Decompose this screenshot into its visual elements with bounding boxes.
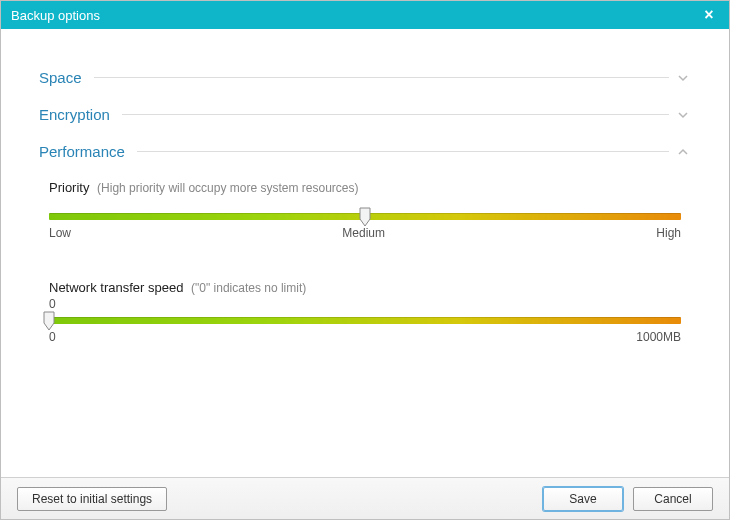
section-space: Space <box>39 69 691 86</box>
close-icon[interactable]: × <box>699 5 719 25</box>
transfer-slider-thumb[interactable] <box>43 311 55 331</box>
priority-slider[interactable] <box>49 213 681 220</box>
priority-scale-high: High <box>656 226 681 240</box>
transfer-hint: ("0" indicates no limit) <box>191 281 306 295</box>
transfer-scale-max: 1000MB <box>636 330 681 344</box>
transfer-label-row: Network transfer speed ("0" indicates no… <box>49 280 681 295</box>
section-space-title: Space <box>39 69 82 86</box>
priority-field: Priority (High priority will occupy more… <box>49 180 681 240</box>
section-performance-title: Performance <box>39 143 125 160</box>
section-divider <box>94 77 669 78</box>
priority-scale-low: Low <box>49 226 71 240</box>
priority-scale-medium: Medium <box>342 226 385 240</box>
slider-track <box>49 317 681 324</box>
chevron-down-icon <box>675 70 691 86</box>
priority-label-row: Priority (High priority will occupy more… <box>49 180 681 195</box>
window-title: Backup options <box>11 8 699 23</box>
transfer-field: Network transfer speed ("0" indicates no… <box>49 280 681 344</box>
section-encryption: Encryption <box>39 106 691 123</box>
section-divider <box>137 151 669 152</box>
chevron-down-icon <box>675 107 691 123</box>
section-encryption-title: Encryption <box>39 106 110 123</box>
chevron-up-icon <box>675 144 691 160</box>
section-space-header[interactable]: Space <box>39 69 691 86</box>
priority-label: Priority <box>49 180 89 195</box>
backup-options-window: Backup options × Space Encryption <box>0 0 730 520</box>
footer: Reset to initial settings Save Cancel <box>1 477 729 519</box>
section-performance: Performance Priority (High priority will… <box>39 143 691 344</box>
transfer-scale: 0 1000MB <box>49 330 681 344</box>
section-divider <box>122 114 669 115</box>
titlebar: Backup options × <box>1 1 729 29</box>
priority-hint: (High priority will occupy more system r… <box>97 181 358 195</box>
transfer-slider[interactable] <box>49 317 681 324</box>
priority-scale: Low Medium High <box>49 226 681 240</box>
save-button[interactable]: Save <box>543 487 623 511</box>
priority-slider-thumb[interactable] <box>359 207 371 227</box>
cancel-button[interactable]: Cancel <box>633 487 713 511</box>
transfer-current-value: 0 <box>49 297 681 311</box>
section-performance-header[interactable]: Performance <box>39 143 691 160</box>
section-encryption-header[interactable]: Encryption <box>39 106 691 123</box>
transfer-scale-min: 0 <box>49 330 56 344</box>
section-performance-body: Priority (High priority will occupy more… <box>39 160 691 344</box>
transfer-label: Network transfer speed <box>49 280 183 295</box>
content-area: Space Encryption Performance <box>1 29 729 477</box>
reset-button[interactable]: Reset to initial settings <box>17 487 167 511</box>
